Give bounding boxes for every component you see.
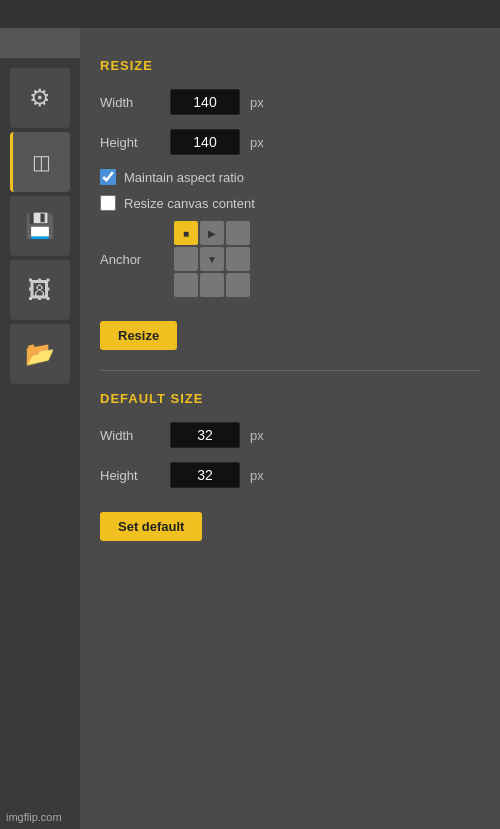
sidebar-item-resize[interactable]: ◫ [10, 132, 70, 192]
anchor-cell-top-left[interactable]: ■ [174, 221, 198, 245]
anchor-cell-mid-center[interactable]: ▼ [200, 247, 224, 271]
anchor-cell-top-center[interactable]: ▶ [200, 221, 224, 245]
resize-canvas-label[interactable]: Resize canvas content [124, 196, 255, 211]
folder-icon: 📂 [25, 340, 55, 368]
anchor-cell-bot-right[interactable] [226, 273, 250, 297]
resize-canvas-checkbox[interactable] [100, 195, 116, 211]
width-unit: px [250, 95, 264, 110]
anchor-cell-mid-right[interactable] [226, 247, 250, 271]
gear-icon: ⚙ [29, 84, 51, 112]
height-input[interactable] [170, 129, 240, 155]
resize-canvas-row: Resize canvas content [100, 195, 480, 211]
maintain-aspect-label[interactable]: Maintain aspect ratio [124, 170, 244, 185]
anchor-cell-top-right[interactable] [226, 221, 250, 245]
anchor-grid: ■ ▶ ▼ [174, 221, 250, 297]
height-label: Height [100, 135, 160, 150]
anchor-down-icon: ▼ [207, 254, 217, 265]
resize-button[interactable]: Resize [100, 321, 177, 350]
resize-section-title: RESIZE [100, 58, 480, 73]
sidebar-item-folder[interactable]: 📂 [10, 324, 70, 384]
top-bar [0, 0, 500, 28]
anchor-cell-mid-left[interactable] [174, 247, 198, 271]
default-height-label: Height [100, 468, 160, 483]
save-icon: 💾 [25, 212, 55, 240]
sidebar-item-settings[interactable]: ⚙ [10, 68, 70, 128]
section-divider [100, 370, 480, 371]
anchor-cell-bot-left[interactable] [174, 273, 198, 297]
default-height-row: Height px [100, 462, 480, 488]
anchor-cell-bot-center[interactable] [200, 273, 224, 297]
default-size-section-title: DEFAULT SIZE [100, 391, 480, 406]
sidebar-item-image[interactable]: 🖼 [10, 260, 70, 320]
default-height-input[interactable] [170, 462, 240, 488]
default-width-input[interactable] [170, 422, 240, 448]
main-panel: RESIZE Width px Height px Maintain aspec… [80, 28, 500, 829]
image-icon: 🖼 [28, 276, 52, 304]
anchor-right-icon: ▶ [208, 228, 216, 239]
watermark: imgflip.com [6, 811, 62, 823]
anchor-label: Anchor [100, 252, 160, 267]
anchor-section: Anchor ■ ▶ ▼ [100, 221, 480, 297]
sidebar-item-save[interactable]: 💾 [10, 196, 70, 256]
resize-icon: ◫ [32, 150, 51, 174]
default-height-unit: px [250, 468, 264, 483]
height-unit: px [250, 135, 264, 150]
sidebar: ⚙ ◫ 💾 🖼 📂 [0, 58, 80, 829]
width-label: Width [100, 95, 160, 110]
width-row: Width px [100, 89, 480, 115]
default-width-label: Width [100, 428, 160, 443]
default-width-unit: px [250, 428, 264, 443]
maintain-aspect-checkbox[interactable] [100, 169, 116, 185]
default-width-row: Width px [100, 422, 480, 448]
height-row: Height px [100, 129, 480, 155]
set-default-button[interactable]: Set default [100, 512, 202, 541]
maintain-aspect-row: Maintain aspect ratio [100, 169, 480, 185]
width-input[interactable] [170, 89, 240, 115]
anchor-dot-icon: ■ [183, 228, 189, 239]
